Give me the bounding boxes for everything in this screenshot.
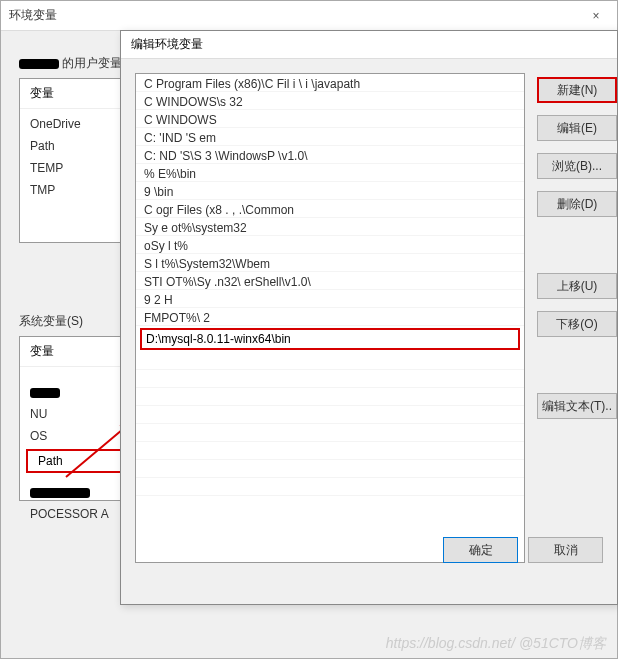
path-entry[interactable]: C WINDOWS\s 32 [136,92,524,110]
redacted-username [19,59,59,69]
edit-body: C Program Files (x86)\C Fil i \ i \javap… [121,59,617,577]
edit-titlebar: 编辑环境变量 [121,31,617,59]
path-entry[interactable]: oSy l t% [136,236,524,254]
path-entry-empty[interactable] [136,460,524,478]
user-vars-suffix: 的用户变量 [62,56,122,70]
path-entry[interactable]: S l t%\System32\Wbem [136,254,524,272]
delete-button[interactable]: 删除(D) [537,191,617,217]
path-entry-empty[interactable] [136,442,524,460]
path-entry[interactable]: 9 \bin [136,182,524,200]
parent-title: 环境变量 [9,7,57,24]
move-down-button[interactable]: 下移(O) [537,311,617,337]
path-entry[interactable]: C WINDOWS [136,110,524,128]
path-entry[interactable]: C: ND 'S\S 3 \WindowsP \v1.0\ [136,146,524,164]
path-entry-empty[interactable] [136,406,524,424]
edit-button-row: 确定 取消 [443,537,603,563]
path-entry[interactable]: C Program Files (x86)\C Fil i \ i \javap… [136,74,524,92]
path-entry-highlighted[interactable]: D:\mysql-8.0.11-winx64\bin [140,328,520,350]
new-button[interactable]: 新建(N) [537,77,617,103]
path-entry[interactable]: C ogr Files (x8 . , .\Common [136,200,524,218]
path-entry-empty[interactable] [136,424,524,442]
side-button-column: 新建(N) 编辑(E) 浏览(B)... 删除(D) 上移(U) 下移(O) 编… [537,77,617,419]
path-entry[interactable]: % E%\bin [136,164,524,182]
move-up-button[interactable]: 上移(U) [537,273,617,299]
path-entry[interactable]: FMPOT%\ 2 [136,308,524,326]
edit-text-button[interactable]: 编辑文本(T).. [537,393,617,419]
path-entry[interactable]: C: 'IND 'S em [136,128,524,146]
path-entry-empty[interactable] [136,370,524,388]
path-entry[interactable]: Sy e ot%\system32 [136,218,524,236]
close-icon[interactable]: × [583,3,609,29]
edit-button[interactable]: 编辑(E) [537,115,617,141]
ok-button[interactable]: 确定 [443,537,518,563]
path-entry-empty[interactable] [136,352,524,370]
cancel-button[interactable]: 取消 [528,537,603,563]
browse-button[interactable]: 浏览(B)... [537,153,617,179]
path-entry-empty[interactable] [136,478,524,496]
path-entry[interactable]: STI OT%\Sy .n32\ erShell\v1.0\ [136,272,524,290]
edit-dialog-title: 编辑环境变量 [131,36,203,53]
parent-titlebar: 环境变量 × [1,1,617,31]
path-entry[interactable]: 9 2 H [136,290,524,308]
path-entry-empty[interactable] [136,388,524,406]
edit-env-var-dialog: 编辑环境变量 C Program Files (x86)\C Fil i \ i… [120,30,618,605]
path-entries-list[interactable]: C Program Files (x86)\C Fil i \ i \javap… [135,73,525,563]
